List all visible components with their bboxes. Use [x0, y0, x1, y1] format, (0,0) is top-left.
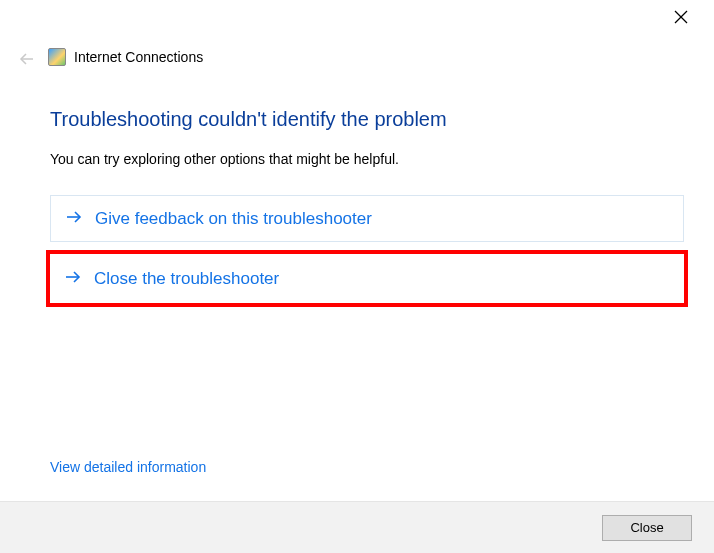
back-arrow-icon — [18, 50, 36, 71]
close-icon — [674, 10, 688, 24]
option-label: Close the troubleshooter — [94, 269, 279, 289]
view-detailed-information-link[interactable]: View detailed information — [50, 459, 206, 475]
option-close-troubleshooter[interactable]: Close the troubleshooter — [50, 254, 684, 303]
arrow-right-icon — [65, 208, 83, 229]
page-subtext: You can try exploring other options that… — [50, 151, 684, 167]
arrow-right-icon — [64, 268, 82, 289]
page-heading: Troubleshooting couldn't identify the pr… — [50, 108, 684, 131]
close-button[interactable]: Close — [602, 515, 692, 541]
header: Internet Connections — [48, 48, 203, 66]
footer: Close — [0, 501, 714, 553]
main-content: Troubleshooting couldn't identify the pr… — [50, 108, 684, 315]
option-give-feedback[interactable]: Give feedback on this troubleshooter — [50, 195, 684, 242]
window-title: Internet Connections — [74, 49, 203, 65]
troubleshooter-app-icon — [48, 48, 66, 66]
option-label: Give feedback on this troubleshooter — [95, 209, 372, 229]
window-close-button[interactable] — [674, 10, 694, 30]
